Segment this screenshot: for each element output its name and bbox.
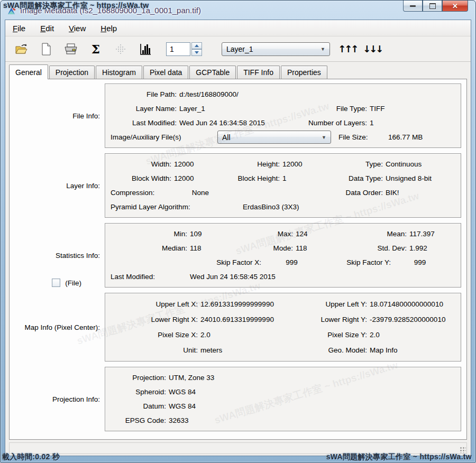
down-triangle-icon: [195, 51, 199, 54]
dialog-client-area: File Edit View Help: [5, 20, 471, 456]
minimize-button[interactable]: [403, 1, 423, 12]
lower-right-y-label: Lower Right Y:: [306, 316, 370, 323]
file-checkbox[interactable]: [52, 279, 60, 287]
file-info-label: File Info:: [72, 112, 100, 120]
statistics-button[interactable]: Σ: [88, 42, 103, 57]
file-path-label: File Path:: [111, 90, 179, 98]
layer-name-value: Layer_1: [179, 105, 290, 113]
aux-files-label: Image/Auxiliary File(s): [111, 133, 195, 141]
new-document-icon: [41, 43, 51, 55]
toolbar: Σ 1 La: [5, 36, 471, 62]
tab-properties[interactable]: Properties: [281, 66, 327, 79]
layer-name-label: Layer Name:: [111, 105, 179, 113]
min-label: Min:: [111, 230, 190, 238]
new-document-button[interactable]: [39, 42, 53, 57]
menu-file[interactable]: File: [13, 24, 25, 33]
chevron-down-icon: ▼: [316, 135, 326, 140]
mean-value: 117.397: [409, 230, 435, 238]
projection-info-label: Projection Info:: [52, 395, 100, 403]
tab-gcptable[interactable]: GCPTable: [189, 66, 236, 79]
lower-right-x-value: 24010.6913319999990: [200, 316, 306, 323]
data-order-label: Data Order:: [338, 189, 386, 197]
std-dev-label: Std. Dev:: [346, 244, 409, 252]
stats-last-modified-label: Last Modified:: [111, 273, 179, 281]
aux-files-select[interactable]: All ▼: [217, 131, 331, 144]
maximize-button[interactable]: [423, 1, 442, 12]
min-value: 109: [190, 230, 243, 238]
data-order-value: BIK!: [386, 189, 399, 197]
pixel-size-x-label: Pixel Size X:: [111, 331, 200, 339]
print-button[interactable]: [63, 42, 78, 57]
printer-icon: [64, 43, 78, 55]
bands-descending-button[interactable]: ↓↓↓: [365, 42, 380, 57]
mean-label: Mean:: [346, 230, 409, 238]
file-info-section: File Info: File Path: d:/test/168809000/…: [11, 84, 461, 148]
pyramid-layers-button[interactable]: [113, 42, 128, 57]
skip-factor-x-label: Skip Factor X:: [169, 258, 264, 266]
layer-info-section: Layer Info: Width: 12000 Height: 12000 T…: [11, 153, 461, 218]
number-of-layers-label: Number of Layers:: [290, 119, 370, 127]
mode-value: 118: [296, 244, 346, 252]
file-path-value: d:/test/168809000/: [179, 90, 239, 98]
tab-general[interactable]: General: [9, 64, 48, 79]
histogram-icon: [139, 43, 152, 55]
height-value: 12000: [282, 160, 338, 168]
projection-info-section: Projection Info: Projection: UTM, Zone 3…: [11, 367, 461, 431]
pyramid-algorithm-label: Pyramid Layer Algorithm:: [111, 203, 203, 211]
close-button[interactable]: ✕: [442, 1, 468, 12]
layer-select[interactable]: Layer_1 ▼: [222, 42, 330, 56]
menu-bar: File Edit View Help: [5, 20, 471, 36]
spheroid-label: Spheroid:: [111, 388, 169, 396]
band-spinner: 1: [166, 42, 202, 56]
median-label: Median:: [111, 244, 190, 252]
band-spinner-value[interactable]: 1: [166, 42, 190, 56]
skip-factor-y-label: Skip Factor Y:: [319, 258, 393, 266]
tab-histogram[interactable]: Histogram: [96, 66, 142, 79]
image-metadata-window: Image Metadata (fs2_168809000_1a_0001_pa…: [0, 0, 476, 463]
minimize-icon: [410, 5, 416, 7]
block-height-label: Block Height:: [227, 174, 282, 182]
chevron-down-icon: ▼: [315, 47, 325, 52]
map-info-section: Map Info (Pixel Center): Upper Left X: 1…: [11, 293, 461, 362]
arrows-up-icon: ↑↑↑: [338, 44, 357, 54]
median-value: 118: [190, 244, 243, 252]
map-info-group: Upper Left X: 12.6913319999999990 Upper …: [105, 293, 461, 362]
menu-view[interactable]: View: [69, 24, 86, 33]
tab-tiff-info[interactable]: TIFF Info: [237, 66, 280, 79]
skip-factor-x-value: 999: [264, 258, 319, 266]
tab-projection[interactable]: Projection: [49, 66, 95, 79]
spheroid-value: WGS 84: [169, 388, 196, 396]
layer-info-group: Width: 12000 Height: 12000 Type: Continu…: [105, 153, 461, 218]
unit-value: meters: [200, 346, 306, 354]
open-folder-icon: [15, 43, 28, 54]
width-label: Width:: [111, 160, 174, 168]
load-time-watermark: 載入時間:0.02 秒: [2, 452, 60, 462]
upper-left-y-label: Upper Left Y:: [306, 300, 370, 308]
pixel-size-x-value: 2.0: [200, 331, 306, 339]
lower-right-y-value: -23979.9285200000010: [370, 316, 445, 323]
tab-strip: General Projection Histogram Pixel data …: [5, 64, 471, 79]
statistics-info-label: Statistics Info:: [56, 252, 100, 260]
spinner-down-button[interactable]: [191, 49, 202, 56]
block-width-value: 12000: [174, 174, 227, 182]
aux-files-value: All: [222, 133, 231, 142]
tab-pixel-data[interactable]: Pixel data: [143, 66, 188, 79]
menu-edit[interactable]: Edit: [40, 24, 54, 33]
max-label: Max:: [243, 230, 296, 238]
upper-left-y-value: 18.0714800000000010: [370, 300, 443, 308]
compression-value: None: [174, 189, 227, 197]
bands-ascending-button[interactable]: ↑↑↑: [340, 42, 355, 57]
file-checkbox-label: (File): [65, 279, 81, 287]
projection-info-group: Projection: UTM, Zone 33 Spheroid: WGS 8…: [105, 367, 461, 431]
pixel-size-y-label: Pixel Size Y:: [306, 331, 370, 339]
stats-last-modified-value: Wed Jun 24 16:58:45 2015: [179, 273, 276, 281]
open-file-button[interactable]: [14, 42, 29, 57]
epsg-code-value: 32633: [169, 416, 189, 424]
spinner-up-button[interactable]: [191, 42, 202, 49]
histogram-button[interactable]: [138, 42, 153, 57]
menu-help[interactable]: Help: [100, 24, 117, 33]
maximize-icon: [429, 3, 436, 9]
compression-label: Compression:: [111, 189, 174, 197]
mode-label: Mode:: [243, 244, 296, 252]
std-dev-value: 1.992: [409, 244, 427, 252]
